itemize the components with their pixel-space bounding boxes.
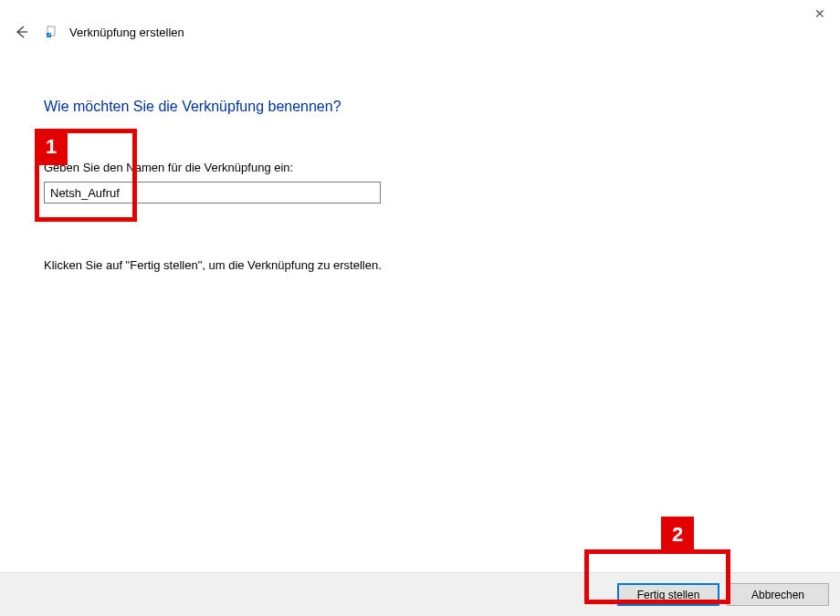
close-button[interactable]: ✕ [799,0,840,27]
page-title: Verknüpfung erstellen [69,26,184,39]
back-arrow-icon [13,24,29,40]
shortcut-name-input[interactable] [44,182,381,204]
name-field-label: Geben Sie den Namen für die Verknüpfung … [44,161,796,174]
annotation-badge-2: 2 [661,517,694,553]
cancel-button[interactable]: Abbrechen [727,583,829,606]
content-area: Wie möchten Sie die Verknüpfung benennen… [44,99,796,272]
finish-button[interactable]: Fertig stellen [617,583,719,606]
footer-bar: Fertig stellen Abbrechen [0,572,840,616]
instruction-text: Klicken Sie auf "Fertig stellen", um die… [44,258,796,272]
wizard-heading: Wie möchten Sie die Verknüpfung benennen… [44,99,796,115]
header-row: Verknüpfung erstellen [13,24,184,40]
back-button[interactable] [13,24,29,40]
shortcut-icon [46,26,58,38]
close-icon: ✕ [814,6,825,21]
